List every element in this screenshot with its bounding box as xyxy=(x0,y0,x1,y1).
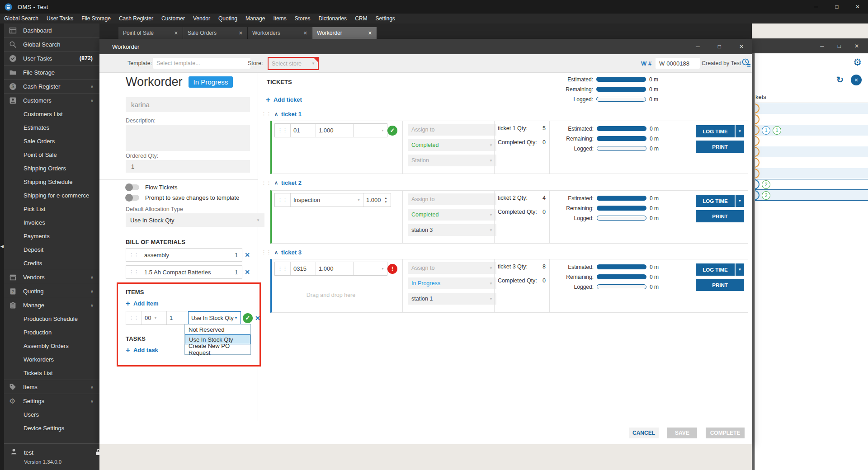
menu-file-storage[interactable]: File Storage xyxy=(77,14,115,24)
status-select[interactable]: Completed▼ xyxy=(408,209,496,221)
dialog-minimize-button[interactable]: ─ xyxy=(696,43,700,50)
app-maximize-button[interactable]: □ xyxy=(826,0,847,14)
ordered-qty-field[interactable] xyxy=(126,160,250,173)
add-ticket-button[interactable]: + Add ticket xyxy=(266,96,302,103)
tab-close-icon[interactable]: ✕ xyxy=(239,30,243,36)
sidebar-item-customers-list[interactable]: Customers List xyxy=(4,107,99,121)
spinner-arrows-icon[interactable]: ▲▼ xyxy=(385,196,387,204)
menu-cash-register[interactable]: Cash Register xyxy=(115,14,157,24)
tab-workorder[interactable]: Workorder✕ xyxy=(312,27,377,39)
sidebar-item-pick-list[interactable]: Pick List xyxy=(4,202,99,216)
sidebar-item-deposit[interactable]: Deposit xyxy=(4,243,99,256)
menu-user-tasks[interactable]: User Tasks xyxy=(42,14,77,24)
station-select[interactable]: Station▼ xyxy=(408,155,496,166)
remove-icon[interactable]: ✕ xyxy=(245,251,250,258)
log-time-dropdown-button[interactable]: ▼ xyxy=(736,125,744,137)
assign-to-select[interactable]: Assign to xyxy=(408,193,496,205)
drag-handle-icon[interactable]: ⋮⋮ xyxy=(275,193,290,207)
print-button[interactable]: PRINT xyxy=(696,141,744,153)
sidebar-item-user-tasks[interactable]: User Tasks (872) xyxy=(4,51,99,65)
sidebar-item-global-search[interactable]: Global Search xyxy=(4,37,99,51)
list-item-selected[interactable]: 2 xyxy=(755,179,868,190)
list-item[interactable] xyxy=(755,136,868,146)
ticket-qty-stepper[interactable]: 1.000▲▼ xyxy=(363,193,391,207)
list-item-selected[interactable]: 2 xyxy=(755,190,868,201)
sidebar-item-device-settings[interactable]: Device Settings xyxy=(4,421,99,435)
ticket-code-field[interactable]: 0315 xyxy=(290,262,316,275)
station-select[interactable]: station 3▼ xyxy=(408,224,496,236)
sidebar-item-file-storage[interactable]: File Storage xyxy=(4,65,99,79)
sidebar-item-cash-register[interactable]: $ Cash Register ∨ xyxy=(4,79,99,93)
complete-button[interactable]: COMPLETE xyxy=(706,428,745,438)
sidebar-item-shipping-orders[interactable]: Shipping Orders xyxy=(4,161,99,175)
tab-close-icon[interactable]: ✕ xyxy=(303,30,307,36)
sidebar-item-invoices[interactable]: Invoices xyxy=(4,216,99,229)
bom-item[interactable]: ⋮⋮ assembly 1 xyxy=(126,248,242,262)
sidebar-item-production-schedule[interactable]: Production Schedule xyxy=(4,312,99,325)
sidebar-collapse-arrow[interactable]: ◀ xyxy=(0,244,4,249)
collapse-chevron-icon[interactable]: ∧ xyxy=(274,249,278,255)
drag-handle-icon[interactable]: ⋮⋮ xyxy=(261,112,271,117)
close-circle-icon[interactable]: ✕ xyxy=(851,75,862,85)
drag-handle-icon[interactable]: ⋮⋮ xyxy=(275,262,290,275)
list-item[interactable] xyxy=(755,157,868,168)
status-select[interactable]: In Progress▼ xyxy=(408,277,496,289)
list-item[interactable] xyxy=(755,146,868,157)
workorder-name-field[interactable] xyxy=(126,97,250,112)
ticket-name[interactable]: ticket 2 xyxy=(281,179,302,186)
sidebar-item-workorders[interactable]: Workorders xyxy=(4,352,99,366)
log-time-button[interactable]: LOG TIME xyxy=(696,263,735,276)
dialog-maximize-button[interactable]: □ xyxy=(718,43,721,50)
menu-settings[interactable]: Settings xyxy=(371,14,399,24)
list-item[interactable]: 1 1 xyxy=(755,125,868,136)
sidebar-item-shipping-schedule[interactable]: Shipping Schedule xyxy=(4,175,99,188)
sidebar-item-quoting[interactable]: ? Quoting ∨ xyxy=(4,284,99,298)
collapse-chevron-icon[interactable]: ∧ xyxy=(274,111,278,117)
creator-history-icon[interactable] xyxy=(741,58,751,68)
tab-workorders[interactable]: Workorders✕ xyxy=(248,27,312,39)
drag-handle-icon[interactable]: ⋮⋮ xyxy=(126,270,142,275)
list-item[interactable] xyxy=(755,103,868,114)
app-minimize-button[interactable]: ─ xyxy=(806,0,826,14)
sidebar-item-point-of-sale[interactable]: Point of Sale xyxy=(4,148,99,161)
refresh-icon[interactable]: ↻ xyxy=(836,75,844,84)
sidebar-item-items[interactable]: Items ∨ xyxy=(4,380,99,394)
sidebar-item-sale-orders[interactable]: Sale Orders xyxy=(4,134,99,148)
sidebar-item-manage[interactable]: Manage ∧ xyxy=(4,298,99,312)
prompt-save-toggle[interactable] xyxy=(126,195,139,201)
store-select[interactable]: Select store ▼ xyxy=(268,57,319,70)
ticket-name[interactable]: ticket 3 xyxy=(281,249,302,256)
sidebar-item-vendors[interactable]: Vendors ∨ xyxy=(4,270,99,284)
sidebar-item-customers[interactable]: Customers ∧ xyxy=(4,93,99,107)
sidebar-item-shipping-ecommerce[interactable]: Shipping for e-commerce xyxy=(4,188,99,202)
log-time-button[interactable]: LOG TIME xyxy=(696,125,735,137)
wo-number-input[interactable] xyxy=(656,58,700,69)
collapse-chevron-icon[interactable]: ∧ xyxy=(274,180,278,186)
tab-point-of-sale[interactable]: Point of Sale✕ xyxy=(118,27,183,39)
description-field[interactable] xyxy=(126,125,250,151)
sidebar-item-tickets-list[interactable]: Tickets List xyxy=(4,366,99,380)
ticket-task-select[interactable]: Inspection▼ xyxy=(290,193,363,207)
dialog-close-button[interactable]: ✕ xyxy=(739,43,744,50)
remove-icon[interactable]: ✕ xyxy=(245,268,250,276)
app-close-button[interactable]: ✕ xyxy=(847,0,868,14)
menu-items[interactable]: Items xyxy=(269,14,290,24)
ticket-name[interactable]: ticket 1 xyxy=(281,111,302,118)
menu-dictionaries[interactable]: Dictionaries xyxy=(314,14,351,24)
sidebar-item-estimates[interactable]: Estimates xyxy=(4,121,99,134)
drag-handle-icon[interactable]: ⋮⋮ xyxy=(261,180,271,185)
bg-close-button[interactable]: ✕ xyxy=(854,43,859,49)
assign-to-select[interactable]: Assign to xyxy=(408,124,496,136)
sidebar-item-credits[interactable]: Credits xyxy=(4,256,99,270)
bg-restore-button[interactable]: □ xyxy=(838,43,841,49)
print-button[interactable]: PRINT xyxy=(696,279,744,291)
cancel-button[interactable]: CANCEL xyxy=(629,428,659,438)
drag-handle-icon[interactable]: ⋮⋮ xyxy=(126,253,142,258)
ticket-item-select[interactable]: ▼ xyxy=(353,262,387,275)
sidebar-item-dashboard[interactable]: Dashboard xyxy=(4,24,99,37)
print-button[interactable]: PRINT xyxy=(696,210,744,222)
bg-minimize-button[interactable]: ─ xyxy=(820,43,824,49)
station-select[interactable]: station 1▼ xyxy=(408,293,496,305)
tab-close-icon[interactable]: ✕ xyxy=(174,30,178,36)
drag-handle-icon[interactable]: ⋮⋮ xyxy=(261,250,271,255)
